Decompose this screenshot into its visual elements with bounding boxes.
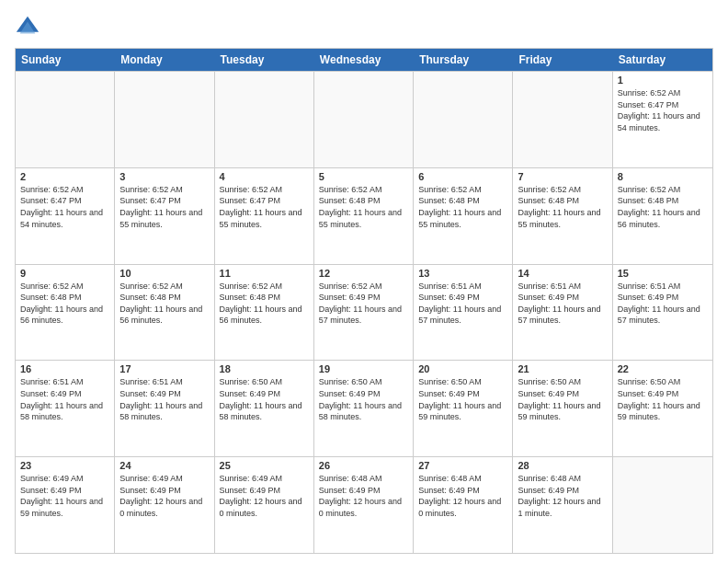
day-number: 6	[418, 171, 507, 182]
day-info: Sunrise: 6:51 AMSunset: 6:49 PMDaylight:…	[418, 281, 507, 327]
day-info: Sunrise: 6:52 AMSunset: 6:47 PMDaylight:…	[119, 184, 209, 230]
calendar-cell: 1Sunrise: 6:52 AMSunset: 6:47 PMDaylight…	[613, 72, 712, 167]
day-number: 27	[418, 460, 507, 471]
day-number: 25	[220, 460, 309, 471]
day-info: Sunrise: 6:51 AMSunset: 6:49 PMDaylight:…	[518, 281, 607, 327]
calendar-cell: 8Sunrise: 6:52 AMSunset: 6:48 PMDaylight…	[613, 168, 712, 264]
calendar-cell: 10Sunrise: 6:52 AMSunset: 6:48 PMDayligh…	[115, 265, 214, 361]
calendar-cell: 9Sunrise: 6:52 AMSunset: 6:48 PMDaylight…	[16, 265, 115, 361]
calendar-cell: 5Sunrise: 6:52 AMSunset: 6:48 PMDaylight…	[314, 168, 414, 264]
calendar-cell	[115, 72, 214, 167]
day-info: Sunrise: 6:52 AMSunset: 6:48 PMDaylight:…	[418, 184, 507, 230]
day-number: 12	[319, 268, 408, 279]
day-number: 23	[20, 460, 109, 471]
day-info: Sunrise: 6:48 AMSunset: 6:49 PMDaylight:…	[319, 473, 408, 519]
day-number: 20	[418, 363, 507, 374]
logo	[15, 15, 44, 40]
calendar-cell	[513, 72, 612, 167]
day-info: Sunrise: 6:52 AMSunset: 6:48 PMDaylight:…	[119, 281, 209, 327]
day-info: Sunrise: 6:52 AMSunset: 6:48 PMDaylight:…	[20, 281, 109, 327]
day-info: Sunrise: 6:51 AMSunset: 6:49 PMDaylight:…	[618, 281, 708, 327]
calendar-cell: 11Sunrise: 6:52 AMSunset: 6:48 PMDayligh…	[215, 265, 314, 361]
day-number: 22	[618, 363, 708, 374]
calendar-cell: 4Sunrise: 6:52 AMSunset: 6:47 PMDaylight…	[215, 168, 314, 264]
day-number: 16	[20, 363, 109, 374]
calendar-cell: 28Sunrise: 6:48 AMSunset: 6:49 PMDayligh…	[513, 457, 612, 553]
day-info: Sunrise: 6:52 AMSunset: 6:48 PMDaylight:…	[319, 184, 408, 230]
calendar-cell	[215, 72, 314, 167]
day-info: Sunrise: 6:51 AMSunset: 6:49 PMDaylight:…	[119, 376, 209, 422]
day-info: Sunrise: 6:50 AMSunset: 6:49 PMDaylight:…	[518, 376, 607, 422]
calendar-cell: 12Sunrise: 6:52 AMSunset: 6:49 PMDayligh…	[314, 265, 414, 361]
calendar-cell: 24Sunrise: 6:49 AMSunset: 6:49 PMDayligh…	[115, 457, 214, 553]
calendar-row-4: 23Sunrise: 6:49 AMSunset: 6:49 PMDayligh…	[16, 456, 712, 553]
day-info: Sunrise: 6:48 AMSunset: 6:49 PMDaylight:…	[518, 473, 607, 519]
day-info: Sunrise: 6:50 AMSunset: 6:49 PMDaylight:…	[418, 376, 507, 422]
header-day-sunday: Sunday	[16, 49, 115, 71]
day-number: 3	[119, 171, 209, 182]
day-info: Sunrise: 6:49 AMSunset: 6:49 PMDaylight:…	[20, 473, 109, 519]
day-info: Sunrise: 6:48 AMSunset: 6:49 PMDaylight:…	[418, 473, 507, 519]
calendar-cell	[16, 72, 115, 167]
header	[15, 15, 713, 40]
calendar-row-0: 1Sunrise: 6:52 AMSunset: 6:47 PMDaylight…	[16, 71, 712, 167]
calendar-cell: 15Sunrise: 6:51 AMSunset: 6:49 PMDayligh…	[613, 265, 712, 361]
day-number: 14	[518, 268, 607, 279]
calendar-row-1: 2Sunrise: 6:52 AMSunset: 6:47 PMDaylight…	[16, 167, 712, 264]
calendar-cell: 19Sunrise: 6:50 AMSunset: 6:49 PMDayligh…	[314, 361, 414, 456]
day-info: Sunrise: 6:52 AMSunset: 6:48 PMDaylight:…	[220, 281, 309, 327]
day-number: 5	[319, 171, 408, 182]
day-info: Sunrise: 6:52 AMSunset: 6:48 PMDaylight:…	[618, 184, 708, 230]
calendar-cell: 17Sunrise: 6:51 AMSunset: 6:49 PMDayligh…	[115, 361, 214, 456]
day-info: Sunrise: 6:50 AMSunset: 6:49 PMDaylight:…	[618, 376, 708, 422]
calendar-body: 1Sunrise: 6:52 AMSunset: 6:47 PMDaylight…	[16, 71, 712, 553]
day-number: 18	[220, 363, 309, 374]
day-info: Sunrise: 6:52 AMSunset: 6:47 PMDaylight:…	[20, 184, 109, 230]
day-number: 4	[220, 171, 309, 182]
day-number: 24	[119, 460, 209, 471]
calendar-cell: 3Sunrise: 6:52 AMSunset: 6:47 PMDaylight…	[115, 168, 214, 264]
calendar-cell: 6Sunrise: 6:52 AMSunset: 6:48 PMDaylight…	[414, 168, 513, 264]
calendar-cell: 23Sunrise: 6:49 AMSunset: 6:49 PMDayligh…	[16, 457, 115, 553]
header-day-friday: Friday	[513, 49, 612, 71]
day-number: 19	[319, 363, 408, 374]
day-number: 15	[618, 268, 708, 279]
calendar-cell	[613, 457, 712, 553]
calendar-cell: 18Sunrise: 6:50 AMSunset: 6:49 PMDayligh…	[215, 361, 314, 456]
calendar-cell: 22Sunrise: 6:50 AMSunset: 6:49 PMDayligh…	[613, 361, 712, 456]
day-number: 17	[119, 363, 209, 374]
calendar-cell: 2Sunrise: 6:52 AMSunset: 6:47 PMDaylight…	[16, 168, 115, 264]
day-number: 8	[618, 171, 708, 182]
day-info: Sunrise: 6:49 AMSunset: 6:49 PMDaylight:…	[119, 473, 209, 519]
logo-icon	[15, 15, 40, 40]
day-info: Sunrise: 6:52 AMSunset: 6:47 PMDaylight:…	[220, 184, 309, 230]
calendar-cell: 21Sunrise: 6:50 AMSunset: 6:49 PMDayligh…	[513, 361, 612, 456]
header-day-saturday: Saturday	[613, 49, 712, 71]
header-day-wednesday: Wednesday	[314, 49, 414, 71]
day-number: 1	[618, 75, 708, 86]
day-info: Sunrise: 6:50 AMSunset: 6:49 PMDaylight:…	[220, 376, 309, 422]
day-info: Sunrise: 6:52 AMSunset: 6:48 PMDaylight:…	[518, 184, 607, 230]
day-number: 11	[220, 268, 309, 279]
calendar-cell: 13Sunrise: 6:51 AMSunset: 6:49 PMDayligh…	[414, 265, 513, 361]
day-info: Sunrise: 6:52 AMSunset: 6:49 PMDaylight:…	[319, 281, 408, 327]
calendar-cell: 14Sunrise: 6:51 AMSunset: 6:49 PMDayligh…	[513, 265, 612, 361]
day-number: 2	[20, 171, 109, 182]
day-number: 7	[518, 171, 607, 182]
calendar-cell: 20Sunrise: 6:50 AMSunset: 6:49 PMDayligh…	[414, 361, 513, 456]
day-info: Sunrise: 6:51 AMSunset: 6:49 PMDaylight:…	[20, 376, 109, 422]
calendar-cell	[314, 72, 414, 167]
calendar-cell	[414, 72, 513, 167]
day-info: Sunrise: 6:50 AMSunset: 6:49 PMDaylight:…	[319, 376, 408, 422]
calendar: SundayMondayTuesdayWednesdayThursdayFrid…	[15, 48, 713, 554]
calendar-cell: 16Sunrise: 6:51 AMSunset: 6:49 PMDayligh…	[16, 361, 115, 456]
day-number: 10	[119, 268, 209, 279]
day-number: 21	[518, 363, 607, 374]
calendar-cell: 27Sunrise: 6:48 AMSunset: 6:49 PMDayligh…	[414, 457, 513, 553]
day-info: Sunrise: 6:52 AMSunset: 6:47 PMDaylight:…	[618, 87, 708, 133]
calendar-row-3: 16Sunrise: 6:51 AMSunset: 6:49 PMDayligh…	[16, 360, 712, 456]
page: SundayMondayTuesdayWednesdayThursdayFrid…	[0, 0, 728, 563]
calendar-row-2: 9Sunrise: 6:52 AMSunset: 6:48 PMDaylight…	[16, 264, 712, 361]
calendar-cell: 7Sunrise: 6:52 AMSunset: 6:48 PMDaylight…	[513, 168, 612, 264]
calendar-cell: 26Sunrise: 6:48 AMSunset: 6:49 PMDayligh…	[314, 457, 414, 553]
